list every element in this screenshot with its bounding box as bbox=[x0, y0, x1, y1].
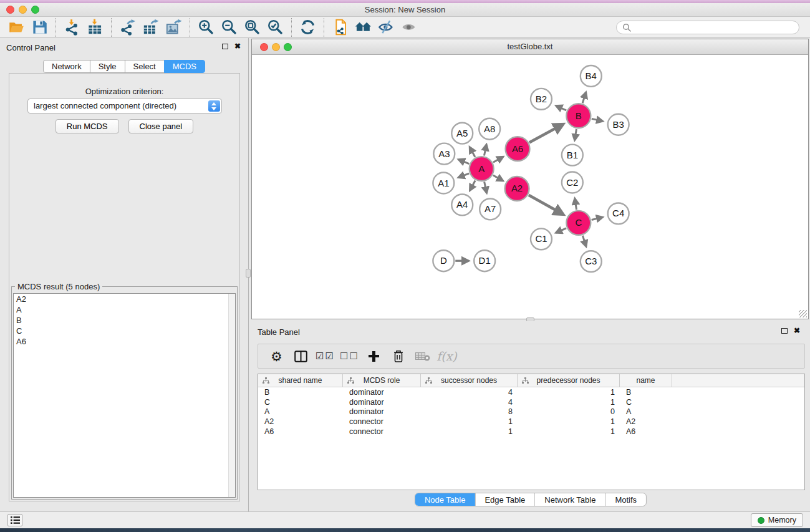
graph-edge-C-C3[interactable] bbox=[582, 236, 586, 246]
graph-node-A1[interactable]: A1 bbox=[433, 173, 454, 194]
graph-node-C[interactable]: C bbox=[566, 211, 591, 235]
export-image-button[interactable] bbox=[162, 18, 185, 37]
table-cell[interactable]: 1 bbox=[518, 427, 620, 437]
table-options-button[interactable]: ⚙ bbox=[264, 345, 289, 367]
delete-column-button[interactable] bbox=[386, 345, 410, 367]
network-canvas[interactable]: B4B2BB3A8A5A6A3B1AC2A1A2A4A7C4CC1C3DD1 bbox=[252, 56, 808, 319]
graph-edge-A-A8[interactable] bbox=[484, 145, 486, 156]
tab-network-table[interactable]: Network Table bbox=[534, 493, 605, 506]
table-cell[interactable]: A bbox=[258, 407, 343, 417]
column-header-predecessor-nodes[interactable]: predecessor nodes bbox=[518, 374, 620, 387]
home-view-button[interactable] bbox=[352, 18, 375, 37]
search-box[interactable] bbox=[616, 21, 799, 34]
select-all-columns-button[interactable]: ☑☑ bbox=[313, 345, 337, 367]
float-panel-button[interactable] bbox=[222, 44, 228, 49]
hide-selected-button[interactable] bbox=[375, 18, 398, 37]
result-scrollbar[interactable] bbox=[228, 294, 235, 497]
show-all-button[interactable] bbox=[398, 18, 421, 37]
close-network-button[interactable] bbox=[260, 43, 268, 51]
graph-node-B[interactable]: B bbox=[566, 104, 591, 128]
table-cell[interactable]: dominator bbox=[343, 407, 421, 417]
column-header-name[interactable]: name bbox=[620, 374, 672, 387]
column-header-shared-name[interactable]: shared name bbox=[258, 374, 343, 387]
export-table-button[interactable] bbox=[139, 18, 162, 37]
zoom-network-button[interactable] bbox=[284, 43, 292, 51]
minimize-window-button[interactable] bbox=[19, 6, 27, 14]
table-cell[interactable]: dominator bbox=[343, 387, 421, 397]
criterion-dropdown[interactable]: largest connected component (directed) bbox=[27, 99, 222, 114]
graph-node-A4[interactable]: A4 bbox=[451, 194, 473, 215]
table-cell[interactable]: A6 bbox=[620, 427, 672, 437]
tab-motifs[interactable]: Motifs bbox=[605, 493, 646, 506]
table-cell[interactable]: 1 bbox=[518, 397, 620, 407]
table-cell[interactable]: 0 bbox=[518, 407, 620, 417]
graph-edge-A-A3[interactable] bbox=[459, 160, 470, 164]
run-mcds-button[interactable]: Run MCDS bbox=[55, 119, 119, 133]
graph-edge-B-B4[interactable] bbox=[582, 92, 586, 103]
graph-edge-A-A4[interactable] bbox=[470, 181, 475, 191]
zoom-window-button[interactable] bbox=[31, 6, 39, 14]
graph-edge-A-A6[interactable] bbox=[493, 157, 503, 163]
graph-node-B3[interactable]: B3 bbox=[608, 114, 629, 135]
close-table-panel-button[interactable]: ✖ bbox=[794, 327, 800, 334]
table-cell[interactable]: 1 bbox=[518, 417, 620, 427]
import-table-button[interactable] bbox=[84, 18, 107, 37]
table-cell[interactable]: A2 bbox=[620, 417, 672, 427]
graph-node-C1[interactable]: C1 bbox=[531, 228, 552, 249]
open-session-button[interactable] bbox=[5, 18, 28, 37]
table-cell[interactable]: 1 bbox=[421, 427, 518, 437]
mcds-result-list[interactable]: A2ABCA6 bbox=[13, 293, 236, 498]
network-graph[interactable]: B4B2BB3A8A5A6A3B1AC2A1A2A4A7C4CC1C3DD1 bbox=[252, 56, 808, 319]
graph-node-A[interactable]: A bbox=[470, 157, 494, 181]
vertical-splitter-handle[interactable] bbox=[246, 269, 251, 278]
graph-node-A6[interactable]: A6 bbox=[506, 137, 530, 161]
table-row[interactable]: A2connector11A2 bbox=[258, 417, 804, 427]
table-cell[interactable]: connector bbox=[343, 427, 421, 437]
tab-select[interactable]: Select bbox=[125, 60, 165, 73]
graph-edge-B-B1[interactable] bbox=[575, 129, 577, 140]
export-network-button[interactable] bbox=[116, 18, 139, 37]
graph-edge-A-A7[interactable] bbox=[485, 182, 487, 193]
table-row[interactable]: Bdominator41B bbox=[258, 387, 804, 397]
mcds-result-item[interactable]: A2 bbox=[14, 294, 235, 304]
tab-node-table[interactable]: Node Table bbox=[415, 493, 475, 506]
graph-node-B4[interactable]: B4 bbox=[581, 65, 602, 87]
table-cell[interactable]: 1 bbox=[421, 417, 518, 427]
zoom-fit-button[interactable] bbox=[241, 18, 264, 37]
table-cell[interactable]: C bbox=[620, 397, 672, 407]
tab-edge-table[interactable]: Edge Table bbox=[475, 493, 534, 506]
network-window-titlebar[interactable]: testGlobe.txt bbox=[252, 39, 808, 55]
close-window-button[interactable] bbox=[6, 6, 14, 14]
graph-node-B1[interactable]: B1 bbox=[562, 145, 583, 166]
network-from-file-button[interactable] bbox=[329, 18, 352, 37]
graph-node-D1[interactable]: D1 bbox=[474, 250, 495, 271]
float-table-panel-button[interactable] bbox=[781, 328, 788, 334]
graph-node-A8[interactable]: A8 bbox=[479, 118, 500, 140]
window-resize-grip[interactable] bbox=[799, 310, 807, 317]
mcds-result-item[interactable]: B bbox=[14, 315, 235, 326]
graph-edge-A-A1[interactable] bbox=[458, 173, 469, 177]
mcds-result-item[interactable]: A6 bbox=[14, 336, 235, 347]
unselect-all-columns-button[interactable]: ☐☐ bbox=[337, 345, 362, 367]
delete-table-button[interactable] bbox=[410, 345, 435, 367]
close-panel-button-mcds[interactable]: Close panel bbox=[128, 119, 194, 133]
table-row[interactable]: Adominator80A bbox=[258, 407, 804, 417]
table-cell[interactable]: 8 bbox=[421, 407, 518, 417]
task-history-button[interactable] bbox=[7, 514, 22, 526]
table-cell[interactable]: B bbox=[258, 387, 343, 397]
table-row[interactable]: A6connector11A6 bbox=[258, 427, 804, 437]
create-column-button[interactable] bbox=[362, 345, 386, 367]
table-cell[interactable]: C bbox=[258, 397, 343, 407]
function-builder-button[interactable]: f(x) bbox=[435, 345, 459, 367]
graph-edge-A-A5[interactable] bbox=[470, 147, 475, 157]
tab-style[interactable]: Style bbox=[90, 60, 125, 73]
graph-node-A2[interactable]: A2 bbox=[505, 177, 529, 201]
table-cell[interactable]: B bbox=[620, 387, 672, 397]
graph-edge-C-C1[interactable] bbox=[556, 228, 566, 233]
table-cell[interactable]: 4 bbox=[421, 397, 518, 407]
zoom-selected-button[interactable] bbox=[264, 18, 287, 37]
graph-node-B2[interactable]: B2 bbox=[531, 89, 552, 110]
show-column-panel-button[interactable] bbox=[289, 345, 313, 367]
graph-node-A7[interactable]: A7 bbox=[480, 198, 501, 220]
search-input[interactable] bbox=[634, 22, 793, 32]
